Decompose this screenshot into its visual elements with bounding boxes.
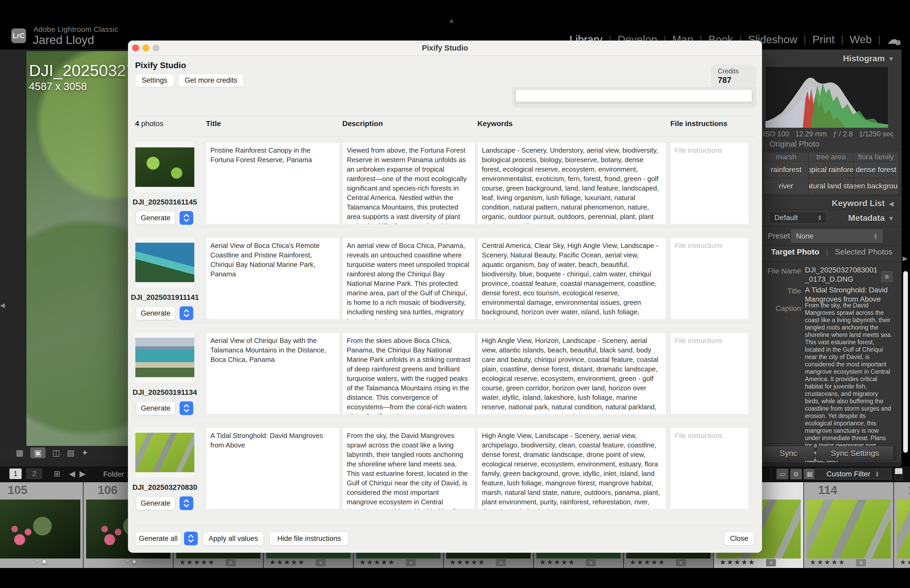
star-rating[interactable]: ★★★★★ bbox=[719, 558, 755, 566]
grid-view-icon[interactable]: ▦ bbox=[16, 448, 23, 458]
generate-button[interactable]: Generate bbox=[136, 401, 175, 415]
metadata-panel-header[interactable]: Metadata bbox=[848, 213, 885, 223]
top-panel-collapse-icon[interactable]: ▲ bbox=[448, 16, 455, 24]
thumbnail-badge-icon[interactable]: ≡ bbox=[406, 559, 416, 566]
filmstrip-cell[interactable]: 115★★★★★≡ bbox=[894, 482, 910, 568]
file-instructions-input[interactable] bbox=[671, 142, 749, 224]
generate-options-stepper[interactable] bbox=[179, 496, 193, 510]
get-more-credits-button[interactable]: Get more credits bbox=[178, 74, 244, 87]
module-web[interactable]: Web bbox=[850, 34, 872, 46]
loupe-view-icon[interactable]: ▣ bbox=[30, 447, 45, 458]
sync-button[interactable]: Sync bbox=[763, 446, 814, 460]
keyword-suggestion[interactable]: rainforest bbox=[764, 162, 809, 178]
description-input[interactable]: Viewed from above, the Fortuna Forest Re… bbox=[342, 142, 475, 224]
dialog-title-bar[interactable]: Pixify Studio bbox=[128, 40, 762, 55]
keyword-suggestion[interactable]: tree area bbox=[809, 152, 853, 162]
hide-file-instructions-button[interactable]: Hide file instructions bbox=[270, 531, 349, 545]
apply-all-values-button[interactable]: Apply all values bbox=[203, 531, 264, 545]
generate-all-options-stepper[interactable] bbox=[184, 531, 198, 545]
keyword-suggestion[interactable]: dense forest bbox=[853, 162, 899, 178]
description-input[interactable]: From the sky, the David Mangroves sprawl… bbox=[342, 427, 475, 510]
filmstrip-cell[interactable]: 114★★★★★≡ bbox=[804, 482, 894, 568]
keyword-suggestion[interactable]: marsh bbox=[764, 152, 809, 162]
prompt-input[interactable] bbox=[516, 89, 752, 102]
filmstrip-source-label[interactable]: Folder : 20 bbox=[103, 470, 128, 478]
metadata-disclosure-icon[interactable]: ▼ bbox=[888, 215, 894, 222]
thumbnail-badge-icon[interactable]: ≡ bbox=[586, 559, 596, 566]
file-instructions-input[interactable] bbox=[671, 333, 749, 415]
keywords-input[interactable]: Landscape - Scenery, Understory, aerial … bbox=[477, 142, 666, 224]
keyword-suggestion[interactable]: natural land state bbox=[809, 178, 853, 194]
compare-view-icon[interactable]: ◫ bbox=[52, 448, 60, 458]
thumbnail-badge-icon[interactable]: ≡ bbox=[676, 559, 686, 566]
histogram-panel-header[interactable]: Histogram bbox=[843, 54, 885, 63]
tab-selected-photos[interactable]: Selected Photos bbox=[835, 247, 892, 256]
histogram-disclosure-icon[interactable]: ▼ bbox=[888, 55, 894, 63]
sync-settings-button[interactable]: Sync Settings bbox=[816, 446, 894, 460]
right-panel-reveal-icon[interactable]: ▶ bbox=[903, 255, 907, 262]
keyword-suggestion[interactable]: green background bbox=[853, 178, 899, 194]
title-value[interactable]: A Tidal Stronghold: David Mangroves from… bbox=[805, 285, 889, 304]
caption-value[interactable]: From the sky, the David Mangroves sprawl… bbox=[805, 302, 894, 464]
keyword-suggestion[interactable]: flora family bbox=[853, 152, 899, 162]
description-input[interactable]: From the skies above Boca Chica, Panama,… bbox=[342, 333, 475, 415]
keywords-input[interactable]: High Angle View, Horizon, Landscape - Sc… bbox=[477, 333, 666, 415]
file-instructions-input[interactable] bbox=[671, 427, 749, 510]
generate-options-stepper[interactable] bbox=[179, 306, 193, 320]
file-instructions-input[interactable] bbox=[671, 237, 749, 320]
left-panel-reveal-icon[interactable]: ◀ bbox=[0, 302, 5, 309]
keywords-input[interactable]: Central America, Clear Sky, High Angle V… bbox=[477, 237, 666, 320]
next-photo-icon[interactable]: ▶ bbox=[79, 469, 86, 478]
keyword-suggestion[interactable]: river bbox=[764, 178, 809, 194]
thumbnail-badge-icon[interactable]: ≡ bbox=[226, 559, 236, 566]
filmstrip-filter-selector[interactable]: Custom Filter ▲▼ bbox=[814, 468, 892, 480]
grid-view-shortcut-icon[interactable]: ⊞ bbox=[54, 469, 60, 478]
keywords-input[interactable]: High Angle View, Landscape - Scenery, ae… bbox=[477, 427, 666, 510]
module-print[interactable]: Print bbox=[812, 34, 834, 46]
filmstrip-thumbnail[interactable] bbox=[897, 499, 910, 559]
thumbnail-badge-icon[interactable]: ≡ bbox=[496, 559, 506, 566]
panel-resize-grip[interactable] bbox=[895, 446, 902, 460]
title-input[interactable]: A Tidal Stronghold: David Mangroves from… bbox=[206, 427, 339, 510]
star-rating[interactable]: ★★★★★ bbox=[359, 558, 395, 566]
file-name-value[interactable]: DJI_20250327083001_0173_D.DNG bbox=[805, 265, 881, 284]
star-rating[interactable]: ★★★★★ bbox=[449, 558, 485, 566]
filmstrip-thumbnail[interactable]: ⌖▣ bbox=[0, 499, 80, 559]
file-info-action-icon[interactable]: ≡ bbox=[881, 271, 893, 283]
star-rating[interactable]: ★★★★★ bbox=[810, 558, 845, 566]
thumbnail-badge-icon[interactable]: ≡ bbox=[766, 559, 776, 566]
filmstrip-thumbnail[interactable] bbox=[807, 499, 891, 559]
filter-enable-toggle[interactable] bbox=[895, 468, 903, 480]
keyword-suggestion[interactable]: tropical rainforest bbox=[809, 162, 853, 178]
tab-target-photo[interactable]: Target Photo bbox=[771, 247, 819, 256]
star-rating[interactable]: ★★★★★ bbox=[900, 558, 910, 566]
survey-view-icon[interactable]: ▤ bbox=[67, 448, 74, 458]
thumbnail-badge-icon[interactable]: ≡ bbox=[316, 559, 326, 566]
histogram-graphic[interactable] bbox=[765, 66, 888, 128]
painter-icon[interactable]: ✦ bbox=[81, 448, 88, 458]
generate-button[interactable]: Generate bbox=[136, 306, 175, 320]
description-input[interactable]: An aerial view of Boca Chica, Panama, re… bbox=[342, 237, 475, 320]
vertical-scrollbar-thumb[interactable] bbox=[903, 271, 908, 453]
thumbnail-badge-icon[interactable]: ≡ bbox=[856, 559, 866, 566]
metadata-view-selector[interactable]: Default ▲▼ bbox=[769, 212, 827, 224]
title-input[interactable]: Aerial View of Chiriquí Bay with the Tal… bbox=[206, 333, 339, 415]
star-rating[interactable]: ★★★★★ bbox=[540, 558, 575, 566]
settings-button[interactable]: Settings bbox=[135, 74, 174, 87]
close-dialog-button[interactable]: Close bbox=[724, 531, 754, 545]
title-input[interactable]: Aerial View of Boca Chica's Remote Coast… bbox=[206, 237, 339, 320]
generate-options-stepper[interactable] bbox=[179, 211, 193, 225]
cloud-sync-icon[interactable]: ☁! bbox=[887, 33, 899, 46]
filmstrip-cell[interactable]: 105⌖▣ bbox=[0, 482, 83, 568]
generate-all-button[interactable]: Generate all bbox=[135, 531, 181, 545]
star-rating[interactable]: ★★★★★ bbox=[269, 558, 305, 566]
keyword-list-panel-header[interactable]: Keyword List bbox=[832, 199, 885, 208]
preset-selector[interactable]: None ▲▼ bbox=[791, 229, 883, 243]
main-window-button[interactable]: 1 bbox=[10, 468, 22, 479]
filmstrip-filter-flag-icon[interactable]: ▭ bbox=[776, 468, 788, 480]
previous-photo-icon[interactable]: ◀ bbox=[69, 469, 75, 478]
star-rating[interactable]: ★★★★★ bbox=[179, 558, 215, 566]
filmstrip-filter-edit-icon[interactable]: ⧉ bbox=[790, 468, 802, 480]
title-input[interactable]: Pristine Rainforest Canopy in the Fortun… bbox=[206, 142, 339, 224]
generate-options-stepper[interactable] bbox=[179, 401, 193, 415]
